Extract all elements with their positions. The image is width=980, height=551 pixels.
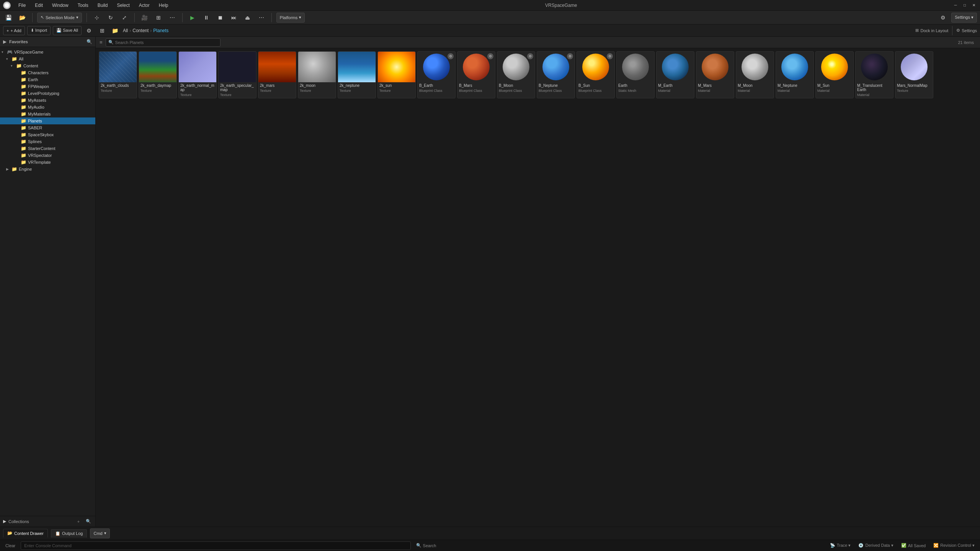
sidebar-item-earth[interactable]: 📁 Earth	[0, 76, 95, 83]
asset-item-normalmap[interactable]: 2k_earth_normal_map Texture	[178, 51, 217, 98]
search-button[interactable]: 🔍 Search	[414, 542, 439, 549]
camera-icon-button[interactable]: 🎥	[139, 12, 150, 23]
asset-item-bneptune[interactable]: ⚙ B_Neptune Blueprint Class	[537, 51, 575, 98]
play-more-button[interactable]: ⋯	[256, 12, 267, 23]
platforms-button[interactable]: Platforms ▾	[276, 13, 305, 23]
sidebar-search-icon[interactable]: 🔍	[87, 39, 92, 44]
derived-data-button[interactable]: 💿 Derived Data ▾	[856, 542, 895, 549]
sidebar-item-mymaterials[interactable]: 📁 MyMaterials	[0, 111, 95, 117]
translate-icon-button[interactable]: ⊹	[91, 12, 102, 23]
breadcrumb-all[interactable]: All	[123, 28, 128, 33]
asset-item-bsun[interactable]: ⚙ B_Sun Blueprint Class	[577, 51, 615, 98]
sidebar-item-saber[interactable]: 📁 SABER	[0, 124, 95, 131]
stop-button[interactable]: ⏹	[215, 12, 225, 23]
menu-window[interactable]: Window	[51, 2, 70, 9]
all-saved-button[interactable]: ✅ All Saved	[899, 542, 928, 549]
sidebar-item-content[interactable]: ▾ 📁 Content	[0, 62, 95, 69]
asset-item-bmoon[interactable]: ⚙ B_Moon Blueprint Class	[497, 51, 535, 98]
open-icon-button[interactable]: 📂	[17, 12, 28, 23]
sidebar-item-vrspacegame[interactable]: ▾ 🎮 VRSpaceGame	[0, 49, 95, 55]
selection-mode-button[interactable]: ↖ Selection Mode ▾	[37, 13, 82, 23]
asset-item-mneptune[interactable]: M_Neptune Material	[776, 51, 814, 98]
tab-content-drawer[interactable]: 📂 Content Drawer	[3, 529, 48, 538]
play-button[interactable]: ▶	[187, 12, 198, 23]
asset-item-mearth[interactable]: M_Earth Material	[656, 51, 694, 98]
content-settings-3[interactable]: 📁	[110, 25, 121, 36]
asset-item-earth[interactable]: Earth Static Mesh	[616, 51, 655, 98]
breadcrumb-content[interactable]: Content	[132, 28, 149, 33]
menu-select[interactable]: Select	[115, 2, 131, 9]
collections-label[interactable]: Collections	[8, 519, 29, 524]
filter-button[interactable]: ≡	[99, 39, 103, 46]
search-input[interactable]	[115, 40, 218, 45]
viewport-icon-button[interactable]: ⊞	[153, 12, 164, 23]
settings-button[interactable]: Settings ▾	[951, 13, 977, 23]
content-settings-2[interactable]: ⊞	[97, 25, 108, 36]
close-button[interactable]: ✕	[971, 2, 977, 8]
sidebar-item-fpweapon[interactable]: 📁 FPWeapon	[0, 83, 95, 90]
settings-icon-button[interactable]: ⚙	[938, 12, 948, 23]
asset-item-bmars[interactable]: ⚙ B_Mars Blueprint Class	[457, 51, 495, 98]
layout-settings-button[interactable]: ⚙ Settings	[956, 28, 977, 33]
dock-in-layout-button[interactable]: ⊞ Dock in Layout	[915, 28, 948, 33]
import-button[interactable]: ⬇ Import	[27, 26, 51, 35]
asset-item-neptune2k[interactable]: 2k_neptune Texture	[338, 51, 376, 98]
asset-item-daymap[interactable]: 2k_earth_daymap Texture	[139, 51, 177, 98]
sidebar-label-engine: Engine	[19, 167, 32, 171]
vrtemplate-folder-icon: 📁	[21, 160, 27, 165]
eject-button[interactable]: ⏏	[242, 12, 253, 23]
asset-item-msun[interactable]: M_Sun Material	[815, 51, 854, 98]
asset-item-marsnormal[interactable]: Mars_NormalMap Texture	[895, 51, 933, 98]
content-settings-1[interactable]: ⚙	[84, 25, 95, 36]
menu-build[interactable]: Build	[96, 2, 109, 9]
search-box[interactable]: 🔍	[106, 38, 220, 47]
menu-file[interactable]: File	[17, 2, 27, 9]
sidebar-item-characters[interactable]: 📁 Characters	[0, 69, 95, 76]
more-icon-button[interactable]: ⋯	[167, 12, 178, 23]
sidebar-item-engine[interactable]: ▶ 📁 Engine	[0, 166, 95, 173]
menu-actor[interactable]: Actor	[137, 2, 151, 9]
asset-item-bearth[interactable]: ⚙ B_Earth Blueprint Class	[417, 51, 456, 98]
sidebar-item-vrspectator[interactable]: 📁 VRSpectator	[0, 152, 95, 159]
maximize-button[interactable]: □	[962, 2, 968, 8]
asset-thumb-sphere	[542, 54, 569, 80]
rotate-icon-button[interactable]: ↻	[105, 12, 116, 23]
save-all-button[interactable]: 💾 Save All	[53, 26, 82, 35]
minimize-button[interactable]: ─	[952, 2, 959, 8]
collections-search-icon[interactable]: 🔍	[85, 518, 92, 525]
save-icon-button[interactable]: 💾	[3, 12, 14, 23]
menu-tools[interactable]: Tools	[76, 2, 90, 9]
sidebar-item-myassets[interactable]: 📁 MyAssets	[0, 97, 95, 104]
cmd-button[interactable]: Cmd ▾	[90, 528, 109, 538]
sidebar-item-all[interactable]: ▾ 📁 All	[0, 55, 95, 62]
revision-control-button[interactable]: 🔀 Revision Control ▾	[931, 542, 977, 549]
sidebar-item-planets[interactable]: 📁 Planets	[0, 117, 95, 124]
asset-thumbnail: ⚙	[457, 52, 495, 82]
skip-button[interactable]: ⏭	[229, 12, 239, 23]
asset-item-mmars[interactable]: M_Mars Material	[696, 51, 734, 98]
asset-item-sun2k[interactable]: 2k_sun Texture	[377, 51, 416, 98]
menu-edit[interactable]: Edit	[33, 2, 44, 9]
trace-button[interactable]: 📡 Trace ▾	[828, 542, 853, 549]
asset-item-clouds[interactable]: 2k_earth_clouds Texture	[99, 51, 137, 98]
console-input[interactable]	[21, 541, 410, 550]
asset-item-mars2k[interactable]: 2k_mars Texture	[258, 51, 296, 98]
asset-item-mtranslucent[interactable]: M_Translucent Earth Material	[855, 51, 893, 98]
clear-button[interactable]: Clear	[3, 543, 18, 549]
pause-button[interactable]: ⏸	[201, 12, 212, 23]
sidebar-item-splines[interactable]: 📁 Splines	[0, 138, 95, 145]
sidebar-item-levelprototyping[interactable]: 📁 LevelPrototyping	[0, 90, 95, 97]
tab-output-log[interactable]: 📋 Output Log	[51, 529, 87, 538]
sidebar-item-spaceskybox[interactable]: 📁 SpaceSkybox	[0, 131, 95, 138]
sidebar-item-startercontent[interactable]: 📁 StarterContent	[0, 145, 95, 152]
collections-add-icon[interactable]: +	[75, 518, 82, 525]
scale-icon-button[interactable]: ⤢	[119, 12, 130, 23]
asset-item-mmoon[interactable]: M_Moon Material	[736, 51, 774, 98]
menu-help[interactable]: Help	[157, 2, 170, 9]
asset-item-specularmap[interactable]: 2k_earth_specular_map Texture	[218, 51, 256, 98]
sidebar-item-vrtemplate[interactable]: 📁 VRTemplate	[0, 159, 95, 166]
asset-item-moon2k[interactable]: 2k_moon Texture	[298, 51, 336, 98]
add-button[interactable]: + + Add	[3, 26, 25, 35]
sidebar-item-myaudio[interactable]: 📁 MyAudio	[0, 104, 95, 111]
breadcrumb-planets[interactable]: Planets	[153, 28, 168, 33]
